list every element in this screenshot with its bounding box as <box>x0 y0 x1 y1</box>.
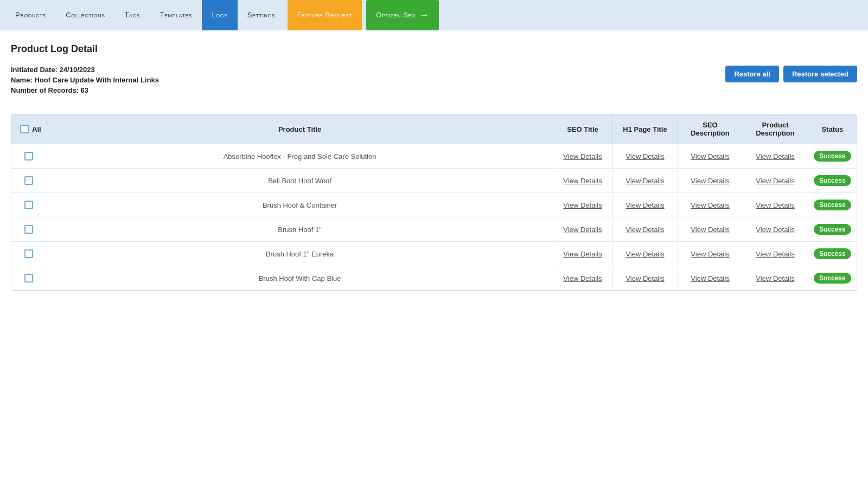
prod-desc-link-1[interactable]: View Details <box>756 177 794 185</box>
nav-item-optizen-seo[interactable]: Optizen Seo → <box>366 0 439 30</box>
th-all-label: All <box>32 125 41 133</box>
seo-desc-link-2[interactable]: View Details <box>691 201 729 209</box>
table-row: Brush Hoof With Cap Blue View Details Vi… <box>11 266 857 291</box>
row-seo-desc-3: View Details <box>678 217 743 242</box>
select-all-checkbox[interactable] <box>20 125 29 133</box>
row-seo-title-0: View Details <box>553 144 612 169</box>
arrow-right-icon: → <box>420 10 429 20</box>
row-checkbox-cell <box>11 266 47 291</box>
row-h1-title-1: View Details <box>612 169 678 193</box>
row-seo-title-4: View Details <box>553 242 612 266</box>
th-h1-page-title: H1 Page Title <box>612 114 678 144</box>
h1-title-link-0[interactable]: View Details <box>626 152 664 160</box>
nav-item-settings[interactable]: Settings <box>238 0 285 30</box>
records-value: 63 <box>81 86 88 94</box>
h1-title-link-4[interactable]: View Details <box>626 250 664 258</box>
row-checkbox-5[interactable] <box>24 274 33 282</box>
seo-title-link-0[interactable]: View Details <box>563 152 602 160</box>
seo-title-link-4[interactable]: View Details <box>563 250 602 258</box>
row-product-title-0: Absorbine Hooflex - Frog and Sole Care S… <box>47 144 553 169</box>
row-seo-desc-4: View Details <box>678 242 743 266</box>
name-value: Hoof Care Update With Internal Links <box>34 76 159 84</box>
seo-title-link-1[interactable]: View Details <box>563 177 602 185</box>
row-seo-title-3: View Details <box>553 217 612 242</box>
row-product-title-3: Brush Hoof 1" <box>47 217 553 242</box>
seo-title-link-5[interactable]: View Details <box>563 274 602 282</box>
initiated-date-row: Initiated Date: 24/10/2023 <box>11 66 159 74</box>
seo-title-link-3[interactable]: View Details <box>563 226 602 234</box>
row-checkbox-2[interactable] <box>24 201 33 209</box>
table-row: Bell Boot Hoof Woof View Details View De… <box>11 169 857 193</box>
seo-desc-link-3[interactable]: View Details <box>691 226 729 234</box>
row-checkbox-cell <box>11 144 47 169</box>
name-row: Name: Hoof Care Update With Internal Lin… <box>11 76 159 84</box>
row-status-4: Success <box>808 242 857 266</box>
restore-selected-button[interactable]: Restore selected <box>783 66 857 82</box>
row-seo-desc-5: View Details <box>678 266 743 291</box>
row-h1-title-5: View Details <box>612 266 678 291</box>
status-badge-0: Success <box>814 151 851 162</box>
row-checkbox-3[interactable] <box>24 225 33 234</box>
table-row: Absorbine Hooflex - Frog and Sole Care S… <box>11 144 857 169</box>
seo-desc-link-5[interactable]: View Details <box>691 274 729 282</box>
row-seo-desc-2: View Details <box>678 193 743 217</box>
records-row: Number of Records: 63 <box>11 86 159 94</box>
seo-desc-link-4[interactable]: View Details <box>691 250 729 258</box>
row-status-2: Success <box>808 193 857 217</box>
row-seo-title-2: View Details <box>553 193 612 217</box>
row-status-1: Success <box>808 169 857 193</box>
table-row: Brush Hoof 1" View Details View Details … <box>11 217 857 242</box>
row-seo-title-5: View Details <box>553 266 612 291</box>
h1-title-link-3[interactable]: View Details <box>626 226 664 234</box>
meta-actions-wrapper: Initiated Date: 24/10/2023 Name: Hoof Ca… <box>11 66 857 105</box>
main-content: Product Log Detail Initiated Date: 24/10… <box>0 30 868 301</box>
nav-item-logs[interactable]: Logs <box>202 0 237 30</box>
th-seo-title: SEO Title <box>553 114 612 144</box>
row-checkbox-0[interactable] <box>24 152 33 160</box>
seo-desc-link-0[interactable]: View Details <box>691 152 729 160</box>
product-log-table: All Product Title SEO Title H1 Page Titl… <box>11 114 857 291</box>
prod-desc-link-0[interactable]: View Details <box>756 152 794 160</box>
th-product-title: Product Title <box>47 114 553 144</box>
nav-item-feature-request[interactable]: Feature Request <box>288 0 362 30</box>
status-badge-3: Success <box>814 224 851 235</box>
prod-desc-link-4[interactable]: View Details <box>756 250 794 258</box>
row-prod-desc-3: View Details <box>743 217 808 242</box>
seo-title-link-2[interactable]: View Details <box>563 201 602 209</box>
nav-bar: Products Collections Tags Templates Logs… <box>0 0 868 30</box>
row-status-0: Success <box>808 144 857 169</box>
row-checkbox-cell <box>11 217 47 242</box>
row-product-title-2: Brush Hoof & Container <box>47 193 553 217</box>
page-title: Product Log Detail <box>11 43 857 55</box>
prod-desc-link-5[interactable]: View Details <box>756 274 794 282</box>
row-prod-desc-5: View Details <box>743 266 808 291</box>
h1-title-link-2[interactable]: View Details <box>626 201 664 209</box>
prod-desc-link-2[interactable]: View Details <box>756 201 794 209</box>
row-prod-desc-2: View Details <box>743 193 808 217</box>
row-checkbox-cell <box>11 193 47 217</box>
status-badge-4: Success <box>814 248 851 259</box>
row-h1-title-4: View Details <box>612 242 678 266</box>
prod-desc-link-3[interactable]: View Details <box>756 226 794 234</box>
row-h1-title-3: View Details <box>612 217 678 242</box>
actions-row: Restore all Restore selected <box>725 66 857 82</box>
h1-title-link-1[interactable]: View Details <box>626 177 664 185</box>
table-row: Brush Hoof & Container View Details View… <box>11 193 857 217</box>
row-checkbox-4[interactable] <box>24 249 33 258</box>
nav-item-templates[interactable]: Templates <box>150 0 202 30</box>
h1-title-link-5[interactable]: View Details <box>626 274 664 282</box>
nav-item-products[interactable]: Products <box>5 0 56 30</box>
status-badge-1: Success <box>814 175 851 186</box>
nav-item-tags[interactable]: Tags <box>114 0 150 30</box>
row-h1-title-2: View Details <box>612 193 678 217</box>
nav-item-collections[interactable]: Collections <box>56 0 114 30</box>
row-checkbox-1[interactable] <box>24 176 33 185</box>
row-prod-desc-4: View Details <box>743 242 808 266</box>
th-seo-description: SEO Description <box>678 114 743 144</box>
table-row: Brush Hoof 1" Eureka View Details View D… <box>11 242 857 266</box>
seo-desc-link-1[interactable]: View Details <box>691 177 729 185</box>
restore-all-button[interactable]: Restore all <box>725 66 778 82</box>
initiated-date-value: 24/10/2023 <box>60 66 95 74</box>
row-status-5: Success <box>808 266 857 291</box>
row-status-3: Success <box>808 217 857 242</box>
